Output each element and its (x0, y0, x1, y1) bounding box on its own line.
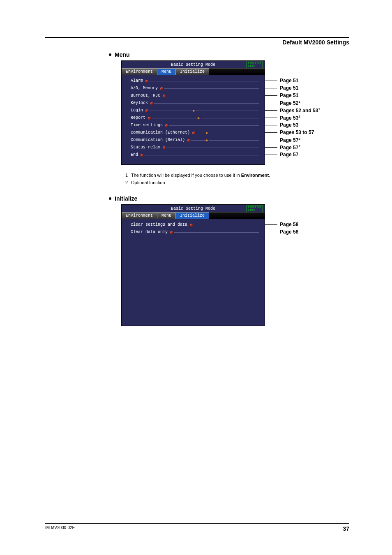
tab-menu[interactable]: Menu (157, 212, 176, 219)
tab-initialize[interactable]: Initialize (176, 68, 209, 75)
footer-page-number: 37 (343, 525, 349, 532)
tab-bar: Environment Menu Initialize (122, 212, 265, 219)
section-heading-initialize: Initialize (109, 195, 349, 202)
tab-environment[interactable]: Environment (122, 212, 157, 219)
menu-item-status-relay[interactable]: Status relay (131, 144, 260, 151)
tab-environment[interactable]: Environment (122, 68, 157, 75)
initialize-callouts: Page 58 Page 58 (265, 204, 298, 236)
window-title: Basic Setting Mode (171, 62, 215, 67)
initialize-screenshot: Basic Setting Mode Ethernet Link Environ… (121, 204, 265, 326)
footer-doc-id: IM MV2000-02E (45, 525, 75, 532)
menu-item-time-settings[interactable]: Time settings (131, 122, 260, 129)
menu-item-comm-ethernet[interactable]: Communication (Ethernet)▶ (131, 129, 260, 136)
menu-item-keylock[interactable]: Keylock (131, 99, 260, 107)
menu-item-login[interactable]: Login▶ (131, 107, 260, 114)
tab-bar: Environment Menu Initialize (122, 68, 265, 75)
menu-screenshot: Basic Setting Mode Ethernet Link Environ… (121, 60, 265, 165)
menu-item-end[interactable]: End (131, 151, 260, 159)
menu-item-burnout-rjc[interactable]: Burnout, RJC (131, 92, 260, 99)
ethernet-indicator: Ethernet Link (247, 62, 263, 68)
menu-item-report[interactable]: Report▶ (131, 114, 260, 122)
tab-menu[interactable]: Menu (157, 68, 176, 75)
ethernet-indicator: Ethernet Link (247, 206, 263, 212)
page-header-title: Default MV2000 Settings (45, 39, 349, 46)
footnotes: 1The function will be displayed if you c… (125, 171, 349, 186)
tab-initialize[interactable]: Initialize (176, 212, 209, 219)
section-heading-menu: Menu (109, 51, 349, 58)
menu-item-comm-serial[interactable]: Communication (Serial)▶ (131, 136, 260, 144)
menu-item-clear-settings-and-data[interactable]: Clear settings and data (131, 221, 260, 229)
window-title: Basic Setting Mode (171, 206, 215, 211)
menu-item-alarm[interactable]: Alarm (131, 77, 260, 85)
menu-item-ad-memory[interactable]: A/D, Memory (131, 85, 260, 92)
menu-item-clear-data-only[interactable]: Clear data only (131, 229, 260, 236)
menu-callouts: Page 51 Page 51 Page 51 Page 521 Pages 5… (265, 60, 320, 158)
